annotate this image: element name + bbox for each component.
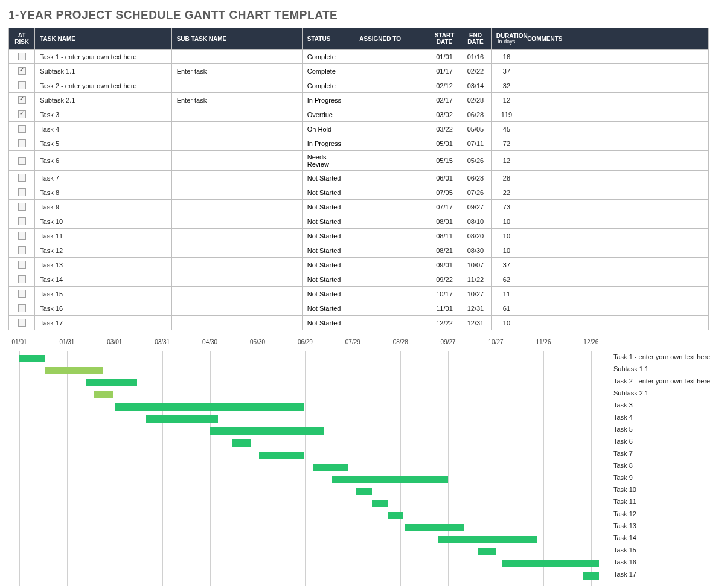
gantt-bar[interactable] <box>478 548 496 555</box>
status-cell[interactable]: Not Started <box>302 316 354 330</box>
sub-task-cell[interactable] <box>171 151 302 171</box>
status-cell[interactable]: Complete <box>302 78 354 93</box>
status-cell[interactable]: Not Started <box>302 171 354 185</box>
assigned-to-cell[interactable] <box>354 316 429 330</box>
start-date-cell[interactable]: 01/17 <box>429 64 460 78</box>
task-name-cell[interactable]: Task 3 <box>35 107 171 122</box>
task-name-cell[interactable]: Task 5 <box>35 136 171 151</box>
comments-cell[interactable] <box>522 107 709 122</box>
at-risk-checkbox[interactable] <box>18 110 26 118</box>
assigned-to-cell[interactable] <box>354 64 429 78</box>
end-date-cell[interactable]: 03/14 <box>460 78 491 93</box>
assigned-to-cell[interactable] <box>354 258 429 272</box>
end-date-cell[interactable]: 07/11 <box>460 136 491 151</box>
at-risk-checkbox[interactable] <box>18 217 26 225</box>
sub-task-cell[interactable] <box>171 78 302 93</box>
gantt-bar[interactable] <box>583 572 599 580</box>
at-risk-cell[interactable] <box>9 64 35 78</box>
end-date-cell[interactable]: 06/28 <box>460 171 491 185</box>
start-date-cell[interactable]: 08/11 <box>429 229 460 243</box>
at-risk-checkbox[interactable] <box>18 188 26 196</box>
task-name-cell[interactable]: Task 17 <box>35 316 171 330</box>
comments-cell[interactable] <box>522 185 709 200</box>
comments-cell[interactable] <box>522 93 709 107</box>
start-date-cell[interactable]: 09/01 <box>429 258 460 272</box>
at-risk-cell[interactable] <box>9 151 35 171</box>
task-name-cell[interactable]: Task 10 <box>35 214 171 229</box>
task-name-cell[interactable]: Subtask 2.1 <box>35 93 171 107</box>
status-cell[interactable]: Complete <box>302 64 354 78</box>
at-risk-checkbox[interactable] <box>18 81 26 89</box>
end-date-cell[interactable]: 05/05 <box>460 122 491 136</box>
assigned-to-cell[interactable] <box>354 50 429 64</box>
at-risk-checkbox[interactable] <box>18 319 26 327</box>
start-date-cell[interactable]: 08/21 <box>429 243 460 258</box>
task-name-cell[interactable]: Subtask 1.1 <box>35 64 171 78</box>
comments-cell[interactable] <box>522 214 709 229</box>
status-cell[interactable]: Not Started <box>302 229 354 243</box>
at-risk-cell[interactable] <box>9 93 35 107</box>
gantt-bar[interactable] <box>332 476 448 483</box>
start-date-cell[interactable]: 07/05 <box>429 185 460 200</box>
gantt-bar[interactable] <box>259 452 304 459</box>
at-risk-cell[interactable] <box>9 136 35 151</box>
status-cell[interactable]: Not Started <box>302 272 354 287</box>
assigned-to-cell[interactable] <box>354 229 429 243</box>
task-name-cell[interactable]: Task 16 <box>35 301 171 316</box>
assigned-to-cell[interactable] <box>354 136 429 151</box>
gantt-bar[interactable] <box>210 427 324 435</box>
at-risk-checkbox[interactable] <box>18 96 26 104</box>
sub-task-cell[interactable] <box>171 122 302 136</box>
at-risk-cell[interactable] <box>9 243 35 258</box>
at-risk-cell[interactable] <box>9 78 35 93</box>
at-risk-checkbox[interactable] <box>18 304 26 312</box>
end-date-cell[interactable]: 12/31 <box>460 301 491 316</box>
start-date-cell[interactable]: 02/17 <box>429 93 460 107</box>
at-risk-checkbox[interactable] <box>18 232 26 240</box>
status-cell[interactable]: Not Started <box>302 214 354 229</box>
at-risk-cell[interactable] <box>9 316 35 330</box>
sub-task-cell[interactable]: Enter task <box>171 64 302 78</box>
assigned-to-cell[interactable] <box>354 200 429 214</box>
at-risk-checkbox[interactable] <box>18 261 26 269</box>
end-date-cell[interactable]: 08/30 <box>460 243 491 258</box>
status-cell[interactable]: Not Started <box>302 200 354 214</box>
gantt-bar[interactable] <box>232 439 251 447</box>
comments-cell[interactable] <box>522 171 709 185</box>
task-name-cell[interactable]: Task 12 <box>35 243 171 258</box>
comments-cell[interactable] <box>522 258 709 272</box>
assigned-to-cell[interactable] <box>354 151 429 171</box>
gantt-bar[interactable] <box>86 379 136 386</box>
assigned-to-cell[interactable] <box>354 107 429 122</box>
end-date-cell[interactable]: 06/28 <box>460 107 491 122</box>
sub-task-cell[interactable] <box>171 171 302 185</box>
at-risk-cell[interactable] <box>9 122 35 136</box>
assigned-to-cell[interactable] <box>354 93 429 107</box>
task-name-cell[interactable]: Task 14 <box>35 272 171 287</box>
sub-task-cell[interactable] <box>171 243 302 258</box>
at-risk-cell[interactable] <box>9 272 35 287</box>
comments-cell[interactable] <box>522 229 709 243</box>
status-cell[interactable]: Not Started <box>302 287 354 301</box>
at-risk-cell[interactable] <box>9 214 35 229</box>
end-date-cell[interactable]: 10/27 <box>460 287 491 301</box>
end-date-cell[interactable]: 01/16 <box>460 50 491 64</box>
at-risk-cell[interactable] <box>9 50 35 64</box>
end-date-cell[interactable]: 08/10 <box>460 214 491 229</box>
sub-task-cell[interactable]: Enter task <box>171 93 302 107</box>
task-name-cell[interactable]: Task 9 <box>35 200 171 214</box>
sub-task-cell[interactable] <box>171 214 302 229</box>
at-risk-checkbox[interactable] <box>18 174 26 182</box>
gantt-bar[interactable] <box>45 367 103 374</box>
assigned-to-cell[interactable] <box>354 301 429 316</box>
comments-cell[interactable] <box>522 50 709 64</box>
sub-task-cell[interactable] <box>171 229 302 243</box>
start-date-cell[interactable]: 11/01 <box>429 301 460 316</box>
at-risk-checkbox[interactable] <box>18 203 26 211</box>
comments-cell[interactable] <box>522 243 709 258</box>
sub-task-cell[interactable] <box>171 185 302 200</box>
at-risk-checkbox[interactable] <box>18 53 26 60</box>
end-date-cell[interactable]: 02/22 <box>460 64 491 78</box>
at-risk-cell[interactable] <box>9 287 35 301</box>
end-date-cell[interactable]: 05/26 <box>460 151 491 171</box>
